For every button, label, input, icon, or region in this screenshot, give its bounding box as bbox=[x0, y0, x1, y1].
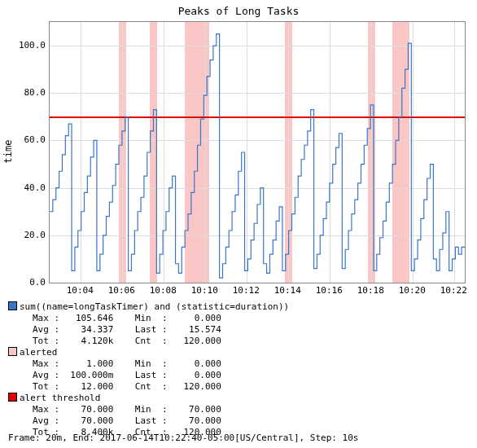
x-tick: 10:22 bbox=[440, 285, 467, 296]
series-line bbox=[50, 34, 465, 279]
legend-stats: Tot : 12.000 Cnt : 120.000 bbox=[8, 381, 289, 393]
legend-swatch bbox=[8, 393, 17, 402]
legend-stats: Avg : 34.337 Last : 15.574 bbox=[8, 324, 289, 336]
chart-container: Peaks of Long Tasks time sum((name=longT… bbox=[0, 0, 477, 448]
legend-stats: Avg : 70.000 Last : 70.000 bbox=[8, 415, 289, 427]
legend-stats: Tot : 4.120k Cnt : 120.000 bbox=[8, 336, 289, 347]
x-tick: 10:08 bbox=[150, 285, 177, 296]
legend: sum((name=longTaskTimer) and (statistic=… bbox=[8, 301, 289, 438]
legend-stats: Max : 105.646 Min : 0.000 bbox=[8, 313, 289, 324]
legend-stats: Max : 70.000 Min : 70.000 bbox=[8, 404, 289, 415]
x-tick: 10:04 bbox=[67, 285, 94, 296]
plot-area bbox=[49, 21, 466, 283]
y-tick: 80.0 bbox=[13, 87, 46, 98]
legend-stats: Avg : 100.000m Last : 0.000 bbox=[8, 370, 289, 381]
y-tick: 100.0 bbox=[13, 40, 46, 51]
x-tick: 10:06 bbox=[108, 285, 135, 296]
frame-info: Frame: 20m, End: 2017-06-14T10:22:40-05:… bbox=[8, 433, 358, 443]
y-axis-label: time bbox=[2, 140, 14, 164]
x-tick: 10:16 bbox=[316, 285, 343, 296]
y-tick: 40.0 bbox=[13, 182, 46, 192]
y-tick: 60.0 bbox=[13, 134, 46, 145]
x-tick: 10:12 bbox=[233, 285, 260, 296]
legend-swatch bbox=[8, 301, 17, 310]
y-tick: 20.0 bbox=[13, 229, 46, 239]
legend-swatch bbox=[8, 347, 17, 356]
legend-label: sum((name=longTaskTimer) and (statistic=… bbox=[20, 301, 289, 312]
legend-stats: Max : 1.000 Min : 0.000 bbox=[8, 358, 289, 370]
x-tick: 10:18 bbox=[357, 285, 384, 296]
x-tick: 10:14 bbox=[274, 285, 301, 296]
x-tick: 10:10 bbox=[191, 285, 218, 296]
chart-title: Peaks of Long Tasks bbox=[0, 0, 477, 17]
legend-label: alerted bbox=[20, 347, 57, 358]
y-tick: 0.0 bbox=[13, 277, 46, 288]
x-tick: 10:20 bbox=[399, 285, 426, 296]
legend-label: alert threshold bbox=[20, 393, 100, 403]
